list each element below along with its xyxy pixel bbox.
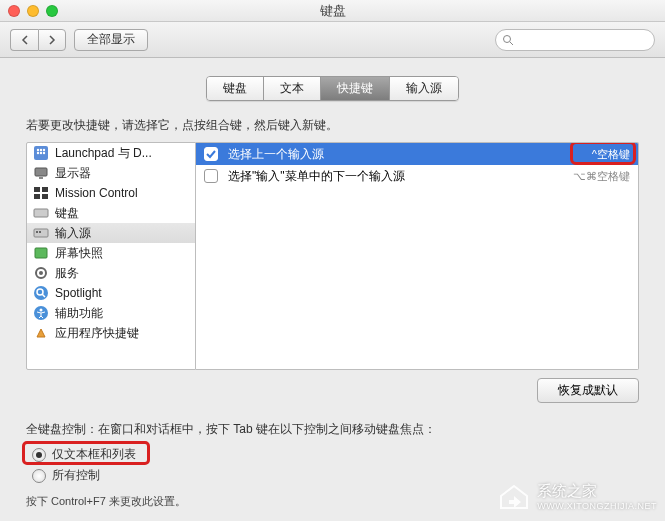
zoom-button[interactable]	[46, 5, 58, 17]
mission-control-icon	[33, 185, 49, 201]
svg-point-6	[37, 152, 39, 154]
shortcut-row-next-input[interactable]: 选择"输入"菜单中的下一个输入源 ⌥⌘空格键	[196, 165, 638, 187]
input-sources-icon	[33, 225, 49, 241]
search-field[interactable]	[495, 29, 655, 51]
spotlight-icon	[33, 285, 49, 301]
close-button[interactable]	[8, 5, 20, 17]
search-icon	[502, 34, 514, 46]
category-spotlight[interactable]: Spotlight	[27, 283, 195, 303]
category-label: Launchpad 与 D...	[55, 145, 152, 162]
category-accessibility[interactable]: 辅助功能	[27, 303, 195, 323]
svg-point-4	[40, 149, 42, 151]
shortcut-list[interactable]: 选择上一个输入源 ^空格键 选择"输入"菜单中的下一个输入源 ⌥⌘空格键	[196, 142, 639, 370]
svg-rect-9	[35, 168, 47, 176]
radio-text-only[interactable]: 仅文本框和列表	[26, 444, 146, 465]
watermark-name: 系统之家	[537, 482, 597, 499]
svg-rect-18	[39, 231, 41, 233]
category-label: 键盘	[55, 205, 79, 222]
radio-label: 仅文本框和列表	[52, 446, 136, 463]
category-label: 应用程序快捷键	[55, 325, 139, 342]
category-screenshots[interactable]: 屏幕快照	[27, 243, 195, 263]
svg-line-1	[510, 42, 513, 45]
tab-shortcuts[interactable]: 快捷键	[321, 77, 390, 100]
traffic-lights	[8, 5, 58, 17]
svg-rect-10	[39, 177, 43, 179]
shortcut-label: 选择"输入"菜单中的下一个输入源	[228, 168, 563, 185]
tab-input-sources[interactable]: 输入源	[390, 77, 458, 100]
tab-text[interactable]: 文本	[264, 77, 321, 100]
category-launchpad[interactable]: Launchpad 与 D...	[27, 143, 195, 163]
category-keyboard[interactable]: 键盘	[27, 203, 195, 223]
svg-point-5	[43, 149, 45, 151]
svg-point-0	[504, 35, 511, 42]
category-label: 输入源	[55, 225, 91, 242]
category-label: 显示器	[55, 165, 91, 182]
category-app-shortcuts[interactable]: 应用程序快捷键	[27, 323, 195, 343]
svg-point-7	[40, 152, 42, 154]
category-label: Spotlight	[55, 286, 102, 300]
keyboard-control-desc: 全键盘控制：在窗口和对话框中，按下 Tab 键在以下控制之间移动键盘焦点：	[26, 421, 639, 438]
toolbar: 全部显示	[0, 22, 665, 58]
svg-point-21	[39, 271, 43, 275]
category-label: Mission Control	[55, 186, 138, 200]
svg-rect-17	[36, 231, 38, 233]
tab-keyboard[interactable]: 键盘	[207, 77, 264, 100]
svg-point-22	[34, 286, 48, 300]
svg-point-26	[40, 309, 43, 312]
radio-button[interactable]	[32, 469, 46, 483]
shortcut-row-prev-input[interactable]: 选择上一个输入源 ^空格键	[196, 143, 638, 165]
shortcut-checkbox[interactable]	[204, 169, 218, 183]
category-services[interactable]: 服务	[27, 263, 195, 283]
window-title: 键盘	[320, 2, 346, 20]
svg-rect-13	[34, 194, 40, 199]
apps-icon	[33, 325, 49, 341]
minimize-button[interactable]	[27, 5, 39, 17]
svg-point-3	[37, 149, 39, 151]
svg-rect-19	[35, 248, 47, 258]
show-all-button[interactable]: 全部显示	[74, 29, 148, 51]
category-list[interactable]: Launchpad 与 D... 显示器 Mission Control 键盘 …	[26, 142, 196, 370]
radio-all-controls[interactable]: 所有控制	[26, 465, 146, 486]
radio-label: 所有控制	[52, 467, 100, 484]
tab-segmented-control: 键盘 文本 快捷键 输入源	[206, 76, 459, 101]
screenshot-icon	[33, 245, 49, 261]
svg-point-8	[43, 152, 45, 154]
category-input-sources[interactable]: 输入源	[27, 223, 195, 243]
launchpad-icon	[33, 145, 49, 161]
watermark-icon	[497, 479, 531, 513]
accessibility-icon	[33, 305, 49, 321]
watermark-url: WWW.XITONGZHIJIA.NET	[537, 501, 657, 511]
shortcut-checkbox[interactable]	[204, 147, 218, 161]
hint-text: 若要更改快捷键，请选择它，点按组合键，然后键入新键。	[26, 117, 639, 134]
category-mission-control[interactable]: Mission Control	[27, 183, 195, 203]
back-button[interactable]	[10, 29, 38, 51]
category-label: 辅助功能	[55, 305, 103, 322]
svg-rect-14	[42, 194, 48, 199]
radio-button[interactable]	[32, 448, 46, 462]
titlebar: 键盘	[0, 0, 665, 22]
restore-defaults-button[interactable]: 恢复成默认	[537, 378, 639, 403]
watermark: 系统之家 WWW.XITONGZHIJIA.NET	[497, 479, 657, 513]
category-label: 屏幕快照	[55, 245, 103, 262]
display-icon	[33, 165, 49, 181]
svg-rect-11	[34, 187, 40, 192]
svg-rect-15	[34, 209, 48, 217]
services-icon	[33, 265, 49, 281]
shortcut-key: ⌥⌘空格键	[573, 169, 630, 184]
svg-rect-12	[42, 187, 48, 192]
forward-button[interactable]	[38, 29, 66, 51]
shortcut-label: 选择上一个输入源	[228, 146, 582, 163]
shortcut-key: ^空格键	[592, 147, 630, 162]
category-display[interactable]: 显示器	[27, 163, 195, 183]
nav-buttons	[10, 29, 66, 51]
category-label: 服务	[55, 265, 79, 282]
keyboard-icon	[33, 205, 49, 221]
